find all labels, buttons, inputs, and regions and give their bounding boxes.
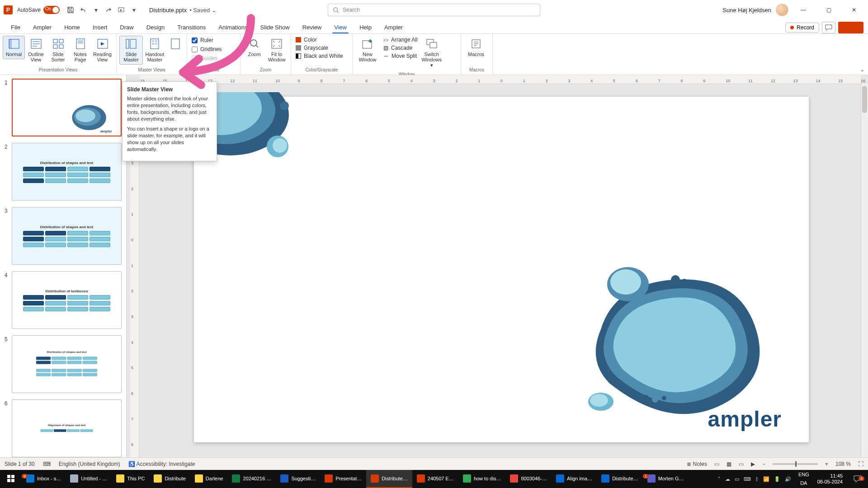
taskbar-item[interactable]: Distribute	[149, 470, 190, 488]
tab-ampler-2[interactable]: Ampler	[378, 21, 409, 33]
grayscale-button[interactable]: Grayscale	[294, 44, 330, 52]
taskbar-item[interactable]: Inbox - s…9	[22, 470, 66, 488]
tray-display-icon[interactable]: ▭	[735, 476, 739, 482]
arrange-all-button[interactable]: ▭Arrange All	[382, 36, 420, 44]
user-name[interactable]: Sune Høj Kjeldsen	[722, 7, 771, 14]
status-accessibility[interactable]: ♿ Accessibility: Investigate	[128, 461, 195, 467]
collapse-ribbon-icon[interactable]: ⌄	[860, 66, 864, 73]
avatar[interactable]	[776, 4, 788, 16]
search-box[interactable]: Search	[328, 4, 540, 16]
notes-button[interactable]: ≣ Notes	[687, 461, 707, 467]
zoom-button[interactable]: Zoom	[243, 36, 266, 59]
reading-view-button[interactable]: Reading View	[91, 36, 113, 65]
handout-master-button[interactable]: Handout Master	[143, 36, 166, 65]
document-title[interactable]: Distribute.pptx	[149, 7, 187, 14]
color-mode-button[interactable]: Color	[294, 36, 319, 44]
zoom-in-icon[interactable]: +	[825, 461, 828, 467]
zoom-value[interactable]: 108 %	[835, 461, 851, 467]
notification-center[interactable]: 4	[847, 475, 868, 483]
fit-view-icon[interactable]: ⛶	[858, 461, 863, 467]
guides-checkbox[interactable]: Guides	[190, 54, 219, 63]
taskbar-item[interactable]: Distribute…	[597, 470, 642, 488]
thumbnail-4[interactable]: Distribution of textboxes	[12, 271, 122, 329]
new-window-button[interactable]: New Window	[355, 36, 380, 65]
taskbar-item[interactable]: 8003046-…	[505, 470, 552, 488]
slide-thumbnail-panel[interactable]: 1 ampler 2 Distribution of shapes and te…	[0, 75, 127, 475]
tray-battery-icon[interactable]: 🔋	[774, 476, 780, 482]
tab-help[interactable]: Help	[353, 21, 378, 33]
undo-dropdown-icon[interactable]: ▾	[90, 4, 102, 16]
tab-home[interactable]: Home	[58, 21, 86, 33]
spell-check-icon[interactable]: ⌨	[43, 461, 51, 467]
tab-file[interactable]: File	[5, 21, 27, 33]
slide-master-button[interactable]: Slide Master	[119, 36, 143, 65]
zoom-out-icon[interactable]: −	[762, 461, 765, 467]
tab-insert[interactable]: Insert	[86, 21, 114, 33]
qat-customize-icon[interactable]: ▾	[127, 4, 140, 16]
autosave-toggle[interactable]: On	[43, 6, 60, 14]
thumbnail-3[interactable]: Distribution of shapes and text	[12, 207, 122, 265]
outline-view-button[interactable]: Outline View	[25, 36, 47, 65]
minimize-button[interactable]: —	[793, 3, 814, 17]
save-icon[interactable]	[64, 4, 77, 16]
horizontal-ruler[interactable]: 1615141312111098765432101234567891011121…	[140, 75, 861, 84]
taskbar-item[interactable]: Darlene	[190, 470, 228, 488]
ruler-checkbox[interactable]: Ruler	[190, 36, 215, 45]
tray-sound-icon[interactable]: 🔊	[785, 476, 791, 482]
taskbar-item[interactable]: 20240216 …	[227, 470, 276, 488]
status-slide[interactable]: Slide 1 of 30	[5, 461, 35, 467]
redo-icon[interactable]	[102, 4, 115, 16]
status-language[interactable]: English (United Kingdom)	[59, 461, 120, 467]
tab-slideshow[interactable]: Slide Show	[254, 21, 296, 33]
close-button[interactable]: ✕	[844, 3, 864, 17]
thumbnail-5[interactable]: Distribution of shapes and text	[12, 335, 122, 393]
undo-icon[interactable]	[77, 4, 90, 16]
maximize-button[interactable]: ▢	[818, 3, 839, 17]
taskbar-item[interactable]: This PC	[112, 470, 149, 488]
view-normal-icon[interactable]: ▭	[714, 461, 719, 467]
notes-page-button[interactable]: Notes Page	[69, 36, 91, 65]
taskbar-item[interactable]: Distribute…	[366, 470, 412, 488]
record-button[interactable]: Record	[785, 23, 819, 33]
thumbnail-1[interactable]: ampler	[12, 79, 122, 136]
cascade-button[interactable]: ▧Cascade	[382, 44, 420, 52]
share-button[interactable]	[838, 22, 863, 33]
taskbar-item[interactable]: 240507 E…	[412, 470, 458, 488]
tab-design[interactable]: Design	[140, 21, 171, 33]
tab-review[interactable]: Review	[296, 21, 328, 33]
zoom-slider[interactable]	[773, 463, 818, 465]
normal-view-button[interactable]: Normal	[3, 36, 25, 59]
slide[interactable]: ampler	[194, 97, 809, 442]
macros-button[interactable]: Macros	[464, 36, 488, 59]
from-beginning-icon[interactable]	[115, 4, 127, 16]
tab-ampler[interactable]: Ampler	[27, 21, 58, 33]
notes-master-button[interactable]	[166, 36, 184, 54]
comments-button[interactable]	[822, 22, 835, 33]
start-button[interactable]	[0, 470, 22, 488]
black-white-button[interactable]: Black and White	[294, 52, 345, 60]
tab-draw[interactable]: Draw	[113, 21, 140, 33]
tray-chevron-icon[interactable]: ˄	[718, 476, 721, 482]
slide-sorter-button[interactable]: Slide Sorter	[47, 36, 69, 65]
thumbnail-6[interactable]: Alignment of shapes and text	[12, 399, 122, 457]
tab-transitions[interactable]: Transitions	[171, 21, 212, 33]
tray-bluetooth-icon[interactable]: ᛒ	[755, 476, 759, 482]
saved-status[interactable]: • Saved ⌄	[189, 7, 217, 14]
switch-windows-button[interactable]: Switch Windows ▾	[420, 36, 444, 70]
taskbar-clock[interactable]: 11:45 08-05-2024	[813, 473, 847, 485]
thumbnail-2[interactable]: Distribution of shapes and text	[12, 143, 122, 201]
view-reading-icon[interactable]: ▭	[739, 461, 744, 467]
view-slideshow-icon[interactable]: ▶	[751, 461, 755, 467]
tray-keyboard-icon[interactable]: ⌨	[744, 476, 751, 482]
taskbar-item[interactable]: Suggesti…	[276, 470, 320, 488]
system-tray[interactable]: ˄ ☁ ▭ ⌨ ᛒ 📶 🔋 🔊	[714, 476, 795, 482]
tab-view[interactable]: View	[328, 21, 353, 33]
fit-to-window-button[interactable]: Fit to Window	[266, 36, 288, 65]
taskbar-item[interactable]: how to dis…	[458, 470, 506, 488]
tray-wifi-icon[interactable]: 📶	[763, 476, 769, 482]
input-language[interactable]: ENGDA	[795, 470, 813, 488]
taskbar-item[interactable]: Untitled - …	[66, 470, 112, 488]
taskbar-item[interactable]: Morten G…1	[643, 470, 689, 488]
move-split-button[interactable]: ↔Move Split	[382, 52, 420, 60]
taskbar-item[interactable]: Align ima…	[552, 470, 597, 488]
